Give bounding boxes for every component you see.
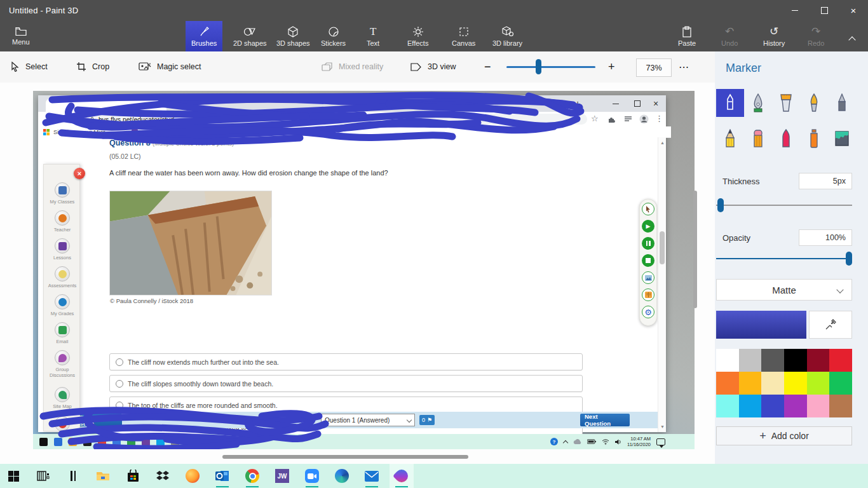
task-view-button[interactable] bbox=[35, 468, 51, 484]
forward-icon[interactable]: → bbox=[57, 114, 65, 123]
finish-dropdown[interactable]: Matte bbox=[716, 279, 852, 301]
thickness-slider-track[interactable] bbox=[716, 205, 852, 206]
tab-effects[interactable]: Effects bbox=[402, 21, 434, 51]
brush-crayon[interactable] bbox=[772, 125, 800, 152]
tab-brushes[interactable]: Brushes bbox=[186, 21, 222, 51]
palette-color-1[interactable] bbox=[739, 349, 762, 372]
zoom-slider-track[interactable] bbox=[506, 66, 595, 68]
current-color-swatch[interactable] bbox=[716, 311, 806, 339]
sidebar-item-site-map[interactable]: Site Map bbox=[44, 387, 81, 409]
zoom-out-button[interactable]: − bbox=[484, 51, 491, 82]
answer-option[interactable]: The cliff now extends much further out i… bbox=[109, 353, 583, 370]
new-tab-button[interactable]: + bbox=[567, 95, 588, 112]
paste-button[interactable]: Paste bbox=[672, 21, 702, 51]
tab-text[interactable]: T Text bbox=[361, 21, 385, 51]
paint-3d-button[interactable] bbox=[393, 468, 410, 484]
next-question-button[interactable]: Next Question bbox=[580, 414, 630, 426]
palette-color-4[interactable] bbox=[807, 349, 830, 372]
page-scrollbar[interactable]: ▲ ▼ bbox=[658, 137, 666, 432]
browser-active-tab[interactable] bbox=[46, 98, 166, 112]
brush-calligraphy-pen[interactable] bbox=[744, 89, 772, 117]
sidebar-item-teacher[interactable]: Teacher bbox=[44, 210, 81, 233]
tab-2d-shapes[interactable]: 2D shapes bbox=[227, 21, 273, 51]
chrome-button[interactable] bbox=[244, 468, 261, 484]
browser-close-button[interactable]: × bbox=[645, 95, 667, 112]
palette-color-3[interactable] bbox=[784, 349, 807, 372]
palette-color-16[interactable] bbox=[807, 395, 830, 417]
palette-color-12[interactable] bbox=[716, 395, 739, 417]
history-button[interactable]: ↺ History bbox=[757, 21, 790, 51]
start-button[interactable] bbox=[5, 468, 22, 484]
zoom-in-button[interactable]: + bbox=[608, 51, 615, 82]
edge-button[interactable] bbox=[334, 468, 350, 484]
palette-color-8[interactable] bbox=[761, 372, 784, 395]
thickness-slider-thumb[interactable] bbox=[717, 198, 724, 212]
sidebar-item-assessments[interactable]: Assessments bbox=[44, 266, 81, 288]
opacity-value[interactable]: 100% bbox=[799, 229, 852, 246]
sidebar-item-my-classes[interactable]: My Classes bbox=[44, 182, 81, 205]
tally-bars-button[interactable] bbox=[65, 468, 81, 484]
palette-color-14[interactable] bbox=[761, 395, 784, 417]
more-options-button[interactable]: ⋯ bbox=[679, 51, 689, 82]
reader-picture-button[interactable] bbox=[642, 271, 654, 284]
palette-color-11[interactable] bbox=[829, 372, 852, 395]
menu-button[interactable]: Menu bbox=[6, 21, 36, 51]
mixed-reality-tool[interactable]: Mixed reality bbox=[322, 51, 383, 82]
minimize-button[interactable] bbox=[780, 0, 810, 21]
reader-pointer-button[interactable] bbox=[642, 203, 654, 215]
add-color-button[interactable]: + Add color bbox=[716, 426, 852, 445]
edited-screenshot-canvas[interactable]: + × ← → ↻ bvs.flvs.net/educator/stud ☆ bbox=[33, 91, 695, 449]
palette-color-6[interactable] bbox=[716, 372, 739, 395]
palette-color-10[interactable] bbox=[807, 372, 830, 395]
radio-icon[interactable] bbox=[116, 402, 123, 409]
answer-option[interactable]: The cliff slopes smoothly down toward th… bbox=[109, 375, 583, 392]
thickness-value[interactable]: 5px bbox=[799, 173, 852, 189]
jw-library-button[interactable]: JW bbox=[274, 468, 290, 484]
reader-stop-button[interactable] bbox=[642, 254, 654, 267]
profile-avatar-icon[interactable] bbox=[639, 114, 649, 124]
select-tool[interactable]: Select bbox=[10, 51, 48, 82]
palette-color-7[interactable] bbox=[739, 372, 762, 395]
sidebar-item-my-grades[interactable]: My Grades bbox=[44, 294, 81, 316]
outlook-button[interactable] bbox=[214, 468, 231, 484]
collapse-ribbon-button[interactable] bbox=[844, 24, 860, 54]
radio-icon[interactable] bbox=[116, 358, 123, 366]
mail-button[interactable] bbox=[363, 468, 380, 484]
opacity-slider-track[interactable] bbox=[716, 258, 852, 259]
brush-pixel-pen[interactable] bbox=[828, 89, 856, 117]
tab-3d-shapes[interactable]: 3D shapes bbox=[271, 21, 316, 51]
eyedropper-button[interactable] bbox=[809, 311, 852, 339]
question-selector-dropdown[interactable]: Question 1 (Answered) bbox=[321, 414, 415, 426]
browser-minimize-button[interactable] bbox=[605, 95, 627, 112]
extension-icon[interactable] bbox=[607, 116, 615, 123]
reader-dictionary-button[interactable] bbox=[642, 288, 654, 301]
dropbox-button[interactable] bbox=[154, 468, 171, 484]
sidebar-item-lessons[interactable]: Lessons bbox=[44, 238, 81, 261]
bookmark-item[interactable]: Mrs... bbox=[142, 128, 157, 135]
file-explorer-button[interactable] bbox=[95, 468, 111, 484]
palette-color-9[interactable] bbox=[784, 372, 807, 395]
reader-pause-button[interactable] bbox=[642, 237, 654, 250]
browser-menu-icon[interactable]: ⋮ bbox=[655, 114, 663, 123]
reader-settings-button[interactable]: ⚙ bbox=[642, 306, 654, 318]
zoom-button[interactable] bbox=[304, 468, 320, 484]
sidebar-item-partial[interactable] bbox=[44, 416, 81, 431]
zoom-slider-thumb[interactable] bbox=[536, 59, 541, 74]
scroll-up-icon[interactable]: ▲ bbox=[660, 140, 665, 145]
brush-watercolor[interactable] bbox=[800, 89, 828, 117]
reading-list-icon[interactable] bbox=[624, 116, 632, 123]
brush-marker[interactable] bbox=[716, 89, 744, 117]
tab-stickers[interactable]: Stickers bbox=[315, 21, 351, 51]
brush-spray-can[interactable] bbox=[800, 125, 828, 152]
sidebar-item-email[interactable]: Email bbox=[44, 322, 81, 344]
tab-canvas[interactable]: Canvas bbox=[446, 21, 481, 51]
scroll-down-icon[interactable]: ▼ bbox=[660, 424, 665, 429]
brush-eraser[interactable] bbox=[744, 125, 772, 152]
opacity-slider-thumb[interactable] bbox=[846, 252, 852, 266]
restore-button[interactable] bbox=[810, 0, 839, 21]
brush-pencil[interactable] bbox=[716, 125, 744, 152]
canvas-vertical-scrollbar[interactable] bbox=[693, 191, 697, 308]
palette-color-2[interactable] bbox=[761, 349, 784, 372]
answer-option[interactable]: The top of the cliffs are more rounded a… bbox=[109, 396, 583, 414]
back-icon[interactable]: ← bbox=[43, 114, 51, 123]
